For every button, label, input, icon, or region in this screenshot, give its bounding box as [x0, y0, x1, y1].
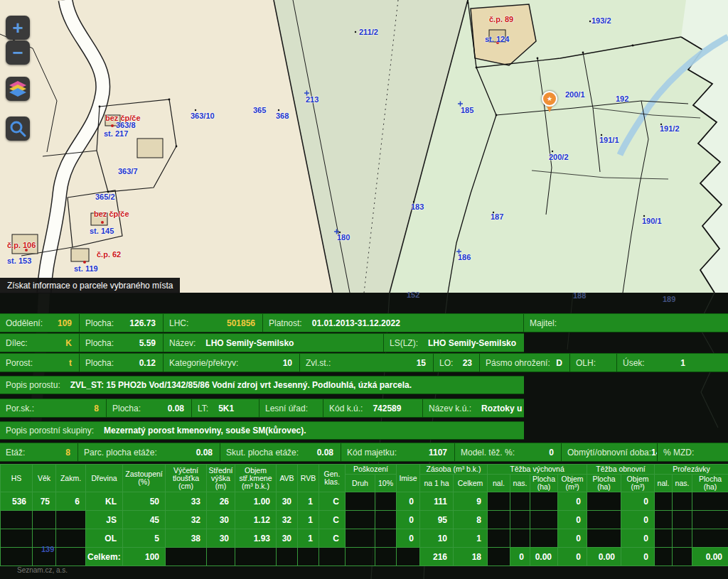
field-etaz: Etáž: 8 — [0, 443, 78, 461]
table-cell: 0.00 — [587, 548, 621, 566]
table-cell — [655, 511, 673, 529]
field-value: 742589 — [373, 404, 401, 413]
field-label: OLH: — [576, 358, 596, 368]
table-cell: 30 — [277, 529, 298, 548]
table-cell: OL — [86, 529, 123, 548]
table-cell: 1 — [298, 492, 319, 511]
table-cell: 1 — [298, 511, 319, 529]
table-cell: 0 — [621, 492, 655, 511]
table-cell: Celkem: — [86, 548, 123, 566]
field-zvlst: Zvl.st.: 15 — [300, 354, 434, 372]
field-value: ZVL_ST: 15 PHO2b Vod/1342/85/86 Vodní zd… — [70, 380, 412, 390]
field-parc-plocha-etaze: Parc. plocha etáže: 0.08 — [78, 443, 220, 461]
table-cell — [166, 548, 207, 566]
search-button[interactable] — [6, 117, 30, 141]
table-cell — [1, 511, 33, 529]
field-value: 15 — [417, 358, 426, 368]
field-plocha-porsk: Plocha: 0.08 — [107, 399, 192, 417]
field-value: 0.08 — [317, 448, 333, 458]
table-cell — [346, 548, 375, 566]
panel-row-oddeleni: Oddělení: 109 Plocha: 126.73 LHC: 501856… — [0, 313, 728, 332]
field-value: 5.59 — [139, 338, 156, 348]
map-canvas[interactable] — [0, 0, 728, 293]
field-label: Majitel: — [530, 318, 557, 328]
field-label: Etáž: — [6, 448, 25, 458]
table-cell — [56, 548, 86, 566]
table-cell — [655, 492, 673, 511]
table-cell: 1 — [298, 529, 319, 548]
layers-icon — [8, 80, 28, 97]
table-cell: 1 — [454, 529, 488, 548]
col-subheader: Objem (m³) — [558, 475, 587, 492]
table-cell: 5 — [123, 529, 166, 548]
field-value: 1 — [680, 358, 685, 368]
col-subheader: nas. — [673, 475, 692, 492]
field-popis-porostni-skupiny: Popis porostní skupiny: Mezernatý porost… — [0, 422, 524, 439]
table-cell: 0 — [397, 529, 420, 548]
stand-table: HS Věk Zakm. Dřevina Zastoupení (%) Výče… — [0, 464, 728, 566]
field-value: t — [69, 358, 72, 368]
table-cell — [510, 511, 530, 529]
table-cell — [235, 548, 277, 566]
table-cell — [488, 529, 510, 548]
col-group-header: Prořezávky — [655, 465, 728, 475]
field-label: Skut. plocha etáže: — [226, 448, 299, 458]
field-label: Popis porostní skupiny: — [6, 426, 94, 435]
table-cell — [510, 492, 530, 511]
table-cell: 0 — [510, 548, 530, 566]
info-tooltip: Získat informace o parcele vybraného mís… — [0, 278, 180, 293]
col-group-header: Těžba obnovní — [587, 465, 655, 475]
col-subheader: Objem (m³) — [621, 475, 655, 492]
table-cell: 32 — [166, 511, 207, 529]
layers-button[interactable] — [6, 77, 30, 101]
table-header-row-1: HS Věk Zakm. Dřevina Zastoupení (%) Výče… — [1, 465, 728, 475]
table-cell — [33, 529, 56, 548]
field-label: Kategorie/překryv: — [169, 358, 238, 368]
table-row: JS4532301.12321C095800 — [1, 511, 728, 529]
field-value: 140/40 — [651, 448, 658, 458]
col-subheader: Plocha (ha) — [587, 475, 621, 492]
col-header: Dřevina — [86, 465, 123, 492]
table-cell: 0 — [558, 492, 587, 511]
table-cell — [655, 529, 673, 548]
table-cell — [655, 548, 673, 566]
table-cell — [510, 529, 530, 548]
table-cell — [319, 548, 346, 566]
table-cell: 0 — [558, 548, 587, 566]
field-olh: OLH: — [570, 354, 617, 372]
table-row: Celkem:1002161800.0000.0000.00 — [1, 548, 728, 566]
field-dilec: Dílec: K — [0, 334, 80, 352]
field-label: Parc. plocha etáže: — [84, 448, 157, 458]
table-cell — [375, 511, 397, 529]
table-row: 536756KL5033261.00301C0111900 — [1, 492, 728, 511]
table-cell — [397, 548, 420, 566]
table-cell — [673, 529, 692, 548]
field-label: Kód k.ú.: — [329, 404, 363, 413]
field-label: Název k.ú.: — [429, 404, 471, 413]
col-subheader: na 1 ha — [420, 475, 454, 492]
field-value: 126.73 — [129, 318, 156, 328]
field-oddeleni: Oddělení: 109 — [0, 314, 80, 332]
panel-row-popis-skupiny: Popis porostní skupiny: Mezernatý porost… — [0, 421, 524, 440]
table-cell — [33, 548, 56, 566]
table-cell — [56, 511, 86, 529]
field-label: Název: — [169, 338, 196, 348]
zoom-in-button[interactable]: + — [6, 16, 30, 40]
table-cell — [33, 511, 56, 529]
field-value: 501856 — [227, 318, 255, 328]
table-cell: 30 — [207, 511, 235, 529]
table-cell: 111 — [420, 492, 454, 511]
table-cell: 45 — [123, 511, 166, 529]
field-value: 109 — [58, 318, 72, 328]
table-cell — [488, 492, 510, 511]
table-cell: 536 — [1, 492, 33, 511]
field-value: LHO Semily-Semilsko — [428, 338, 516, 348]
table-cell: 30 — [277, 492, 298, 511]
zoom-out-button[interactable]: − — [6, 40, 30, 65]
field-label: Porost: — [6, 358, 33, 368]
field-popis-porostu: Popis porostu: ZVL_ST: 15 PHO2b Vod/1342… — [0, 377, 524, 394]
table-cell — [530, 511, 558, 529]
field-mzd: % MZD: — [658, 443, 728, 461]
poi-marker-icon[interactable]: ★ — [542, 91, 557, 112]
table-cell: 8 — [454, 511, 488, 529]
